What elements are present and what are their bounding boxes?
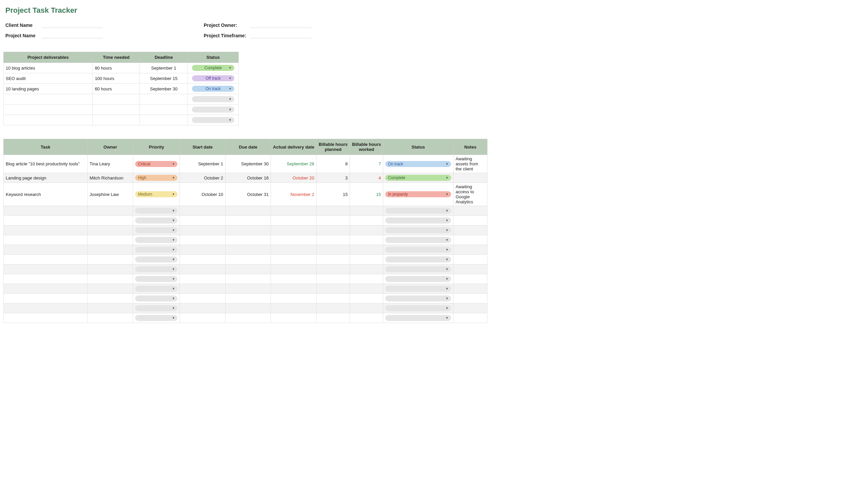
status-cell[interactable]: Off track▼ — [188, 73, 238, 84]
priority-pill[interactable]: High▼ — [135, 175, 178, 181]
priority-cell[interactable]: ▼ — [133, 294, 180, 303]
priority-cell[interactable]: ▼ — [133, 245, 180, 255]
due-cell[interactable] — [225, 294, 271, 303]
task-cell[interactable] — [4, 264, 88, 274]
worked-cell[interactable] — [350, 264, 383, 274]
start-cell[interactable] — [180, 294, 225, 303]
worked-cell[interactable] — [350, 303, 383, 313]
actual-cell[interactable] — [271, 313, 316, 323]
worked-cell[interactable] — [350, 284, 383, 294]
tstatus-cell[interactable]: In jeopardy▼ — [383, 183, 454, 206]
planned-cell[interactable] — [316, 216, 350, 226]
start-cell[interactable] — [180, 264, 225, 274]
task-cell[interactable] — [4, 274, 88, 284]
owner-cell[interactable] — [87, 313, 133, 323]
due-cell[interactable] — [225, 235, 271, 245]
actual-cell[interactable]: September 28 — [271, 155, 316, 173]
planned-cell[interactable] — [316, 235, 350, 245]
priority-cell[interactable]: ▼ — [133, 284, 180, 294]
status-pill[interactable]: ▼ — [385, 247, 451, 253]
task-cell[interactable] — [4, 216, 88, 226]
planned-cell[interactable] — [316, 264, 350, 274]
status-pill[interactable]: Off track▼ — [192, 75, 234, 82]
deadline-cell[interactable]: September 30 — [140, 84, 188, 94]
start-cell[interactable]: October 10 — [180, 183, 225, 206]
status-pill[interactable]: ▼ — [385, 276, 451, 282]
priority-pill[interactable]: ▼ — [135, 256, 178, 262]
status-pill[interactable]: ▼ — [192, 117, 234, 123]
actual-cell[interactable] — [271, 284, 316, 294]
notes-cell[interactable] — [454, 206, 488, 216]
planned-cell[interactable] — [316, 313, 350, 323]
client-name-input[interactable] — [42, 22, 103, 28]
owner-cell[interactable] — [87, 235, 133, 245]
task-cell[interactable]: Keyword research — [4, 183, 88, 206]
tstatus-cell[interactable]: ▼ — [383, 235, 454, 245]
due-cell[interactable] — [225, 313, 271, 323]
task-cell[interactable] — [4, 255, 88, 264]
actual-cell[interactable]: November 2 — [271, 183, 316, 206]
start-cell[interactable] — [180, 255, 225, 264]
notes-cell[interactable] — [454, 235, 488, 245]
due-cell[interactable] — [225, 226, 271, 235]
status-pill[interactable]: Complete▼ — [192, 65, 234, 71]
priority-pill[interactable]: ▼ — [135, 295, 178, 301]
time-cell[interactable]: 100 hours — [93, 73, 140, 84]
tstatus-cell[interactable]: ▼ — [383, 284, 454, 294]
priority-pill[interactable]: ▼ — [135, 218, 178, 224]
notes-cell[interactable]: Awaiting assets from the client — [454, 155, 488, 173]
actual-cell[interactable] — [271, 255, 316, 264]
tstatus-cell[interactable]: On track▼ — [383, 155, 454, 173]
task-cell[interactable]: Landing page design — [4, 173, 88, 183]
deadline-cell[interactable]: September 15 — [140, 73, 188, 84]
planned-cell[interactable] — [316, 303, 350, 313]
actual-cell[interactable] — [271, 216, 316, 226]
deliv-cell[interactable]: SEO audit — [4, 73, 93, 84]
owner-cell[interactable] — [87, 264, 133, 274]
due-cell[interactable]: September 30 — [225, 155, 271, 173]
worked-cell[interactable]: 7 — [350, 155, 383, 173]
worked-cell[interactable] — [350, 216, 383, 226]
start-cell[interactable] — [180, 206, 225, 216]
priority-pill[interactable]: ▼ — [135, 247, 178, 253]
planned-cell[interactable] — [316, 284, 350, 294]
due-cell[interactable] — [225, 245, 271, 255]
task-cell[interactable] — [4, 313, 88, 323]
actual-cell[interactable] — [271, 235, 316, 245]
notes-cell[interactable] — [454, 313, 488, 323]
task-cell[interactable]: Blog article "10 best productivity tools… — [4, 155, 88, 173]
project-owner-input[interactable] — [251, 22, 311, 28]
worked-cell[interactable] — [350, 245, 383, 255]
notes-cell[interactable] — [454, 274, 488, 284]
worked-cell[interactable]: 15 — [350, 183, 383, 206]
status-pill[interactable]: ▼ — [385, 237, 451, 243]
start-cell[interactable] — [180, 216, 225, 226]
actual-cell[interactable] — [271, 206, 316, 216]
priority-cell[interactable]: ▼ — [133, 216, 180, 226]
task-cell[interactable] — [4, 303, 88, 313]
priority-pill[interactable]: Medium▼ — [135, 191, 178, 197]
deliv-cell[interactable] — [4, 104, 93, 115]
priority-cell[interactable]: High▼ — [133, 173, 180, 183]
start-cell[interactable] — [180, 274, 225, 284]
owner-cell[interactable] — [87, 303, 133, 313]
tstatus-cell[interactable]: ▼ — [383, 255, 454, 264]
tstatus-cell[interactable]: ▼ — [383, 274, 454, 284]
time-cell[interactable]: 60 hours — [93, 84, 140, 94]
deadline-cell[interactable]: September 1 — [140, 63, 188, 73]
priority-pill[interactable]: ▼ — [135, 276, 178, 282]
task-cell[interactable] — [4, 235, 88, 245]
notes-cell[interactable] — [454, 264, 488, 274]
project-name-input[interactable] — [42, 32, 103, 38]
status-cell[interactable]: ▼ — [188, 115, 238, 125]
tstatus-cell[interactable]: Complete▼ — [383, 173, 454, 183]
actual-cell[interactable]: October 20 — [271, 173, 316, 183]
due-cell[interactable]: October 31 — [225, 183, 271, 206]
status-pill[interactable]: In jeopardy▼ — [385, 191, 451, 197]
planned-cell[interactable]: 8 — [316, 155, 350, 173]
priority-cell[interactable]: ▼ — [133, 206, 180, 216]
notes-cell[interactable] — [454, 173, 488, 183]
priority-cell[interactable]: ▼ — [133, 313, 180, 323]
status-pill[interactable]: ▼ — [385, 286, 451, 292]
time-cell[interactable] — [93, 94, 140, 104]
